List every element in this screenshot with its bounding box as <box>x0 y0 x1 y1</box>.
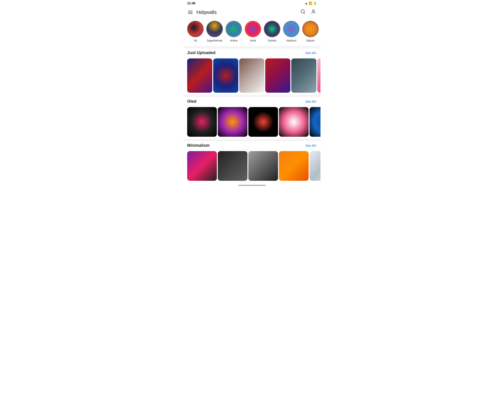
wallpaper-thumb[interactable] <box>218 151 247 181</box>
category-label-anime: Anime <box>230 39 238 42</box>
header-right <box>300 8 317 16</box>
wallpaper-thumb[interactable] <box>310 107 320 137</box>
wallpaper-thumb[interactable] <box>187 151 217 181</box>
status-bar: 11:40 ▲ 📶 🔋 <box>184 0 320 6</box>
wallpaper-thumb[interactable] <box>239 58 264 93</box>
section-oled: OledSee All › <box>184 95 320 138</box>
profile-button[interactable] <box>310 8 317 16</box>
signal-icon: 📶 <box>309 2 312 5</box>
category-label-abstract: Abstract <box>286 39 296 42</box>
battery-icon: 🔋 <box>313 2 317 5</box>
chevron-right-icon: › <box>316 51 317 55</box>
category-circle-abstract <box>283 21 300 37</box>
wallpaper-thumb[interactable] <box>187 58 212 93</box>
chevron-right-icon: › <box>316 144 317 147</box>
wallpaper-thumb[interactable] <box>310 151 320 181</box>
category-item-nature[interactable]: Nature <box>302 21 319 42</box>
category-label-artist: Artist <box>250 39 256 42</box>
app-header: Hdqwalls <box>184 6 320 19</box>
category-item-artist[interactable]: Artist <box>245 21 261 42</box>
header-left: Hdqwalls <box>187 9 217 15</box>
category-item-all[interactable]: All <box>187 21 204 42</box>
profile-icon <box>311 9 316 14</box>
see-all-oled[interactable]: See All › <box>306 100 317 103</box>
category-label-games: Games <box>268 39 277 42</box>
wallpaper-thumb[interactable] <box>279 151 309 181</box>
wallpaper-row-minimalism <box>184 150 320 183</box>
wallpaper-thumb[interactable] <box>265 58 290 93</box>
category-label-all: All <box>194 39 197 42</box>
nav-pill <box>238 185 266 186</box>
category-item-games[interactable]: Games <box>264 21 280 42</box>
wallpaper-thumb[interactable] <box>213 58 238 93</box>
search-button[interactable] <box>300 8 306 16</box>
wallpaper-row-oled <box>184 106 320 138</box>
category-label-nature: Nature <box>306 39 315 42</box>
wallpaper-thumb[interactable] <box>248 107 278 137</box>
section-header-oled: OledSee All › <box>184 97 320 106</box>
see-all-minimalism[interactable]: See All › <box>306 144 317 147</box>
category-circle-anime <box>226 21 242 37</box>
section-title-minimalism: Minimalism <box>187 143 210 148</box>
wallpaper-thumb[interactable] <box>218 107 247 137</box>
wallpaper-thumb[interactable] <box>279 107 309 137</box>
wallpaper-thumb[interactable] <box>187 107 217 137</box>
section-minimalism: MinimalismSee All › <box>184 138 320 183</box>
category-circle-nature <box>302 21 319 37</box>
category-item-superheroes[interactable]: Superheroes <box>206 21 223 42</box>
section-title-just-uploaded: Just Uploaded <box>187 50 216 55</box>
chevron-right-icon: › <box>316 100 317 103</box>
category-circle-all <box>187 21 204 37</box>
category-circle-games <box>264 21 280 37</box>
wifi-icon: ▲ <box>305 2 308 5</box>
categories-row: AllSuperheroesAnimeArtistGamesAbstractNa… <box>184 19 320 46</box>
category-item-anime[interactable]: Anime <box>226 21 242 42</box>
svg-point-2 <box>312 10 314 12</box>
status-icons: ▲ 📶 🔋 <box>305 2 317 5</box>
nav-indicator <box>184 183 320 188</box>
category-item-abstract[interactable]: Abstract <box>283 21 300 42</box>
section-header-just-uploaded: Just UploadedSee All › <box>184 49 320 57</box>
svg-line-1 <box>304 12 305 13</box>
status-time: 11:40 <box>187 1 195 5</box>
category-circle-superheroes <box>206 21 223 37</box>
menu-button[interactable] <box>187 10 194 15</box>
see-all-just-uploaded[interactable]: See All › <box>306 51 317 55</box>
wallpaper-row-just-uploaded <box>184 58 320 95</box>
svg-point-0 <box>301 10 305 13</box>
section-just-uploaded: Just UploadedSee All › <box>184 46 320 95</box>
wallpaper-thumb[interactable] <box>291 58 316 93</box>
wallpaper-thumb[interactable] <box>317 58 320 93</box>
search-icon <box>300 9 306 14</box>
category-label-superheroes: Superheroes <box>207 39 222 42</box>
app-title: Hdqwalls <box>196 9 217 15</box>
category-circle-artist <box>245 21 261 37</box>
wallpaper-thumb[interactable] <box>248 151 278 181</box>
section-header-minimalism: MinimalismSee All › <box>184 141 320 150</box>
section-title-oled: Oled <box>187 99 196 104</box>
